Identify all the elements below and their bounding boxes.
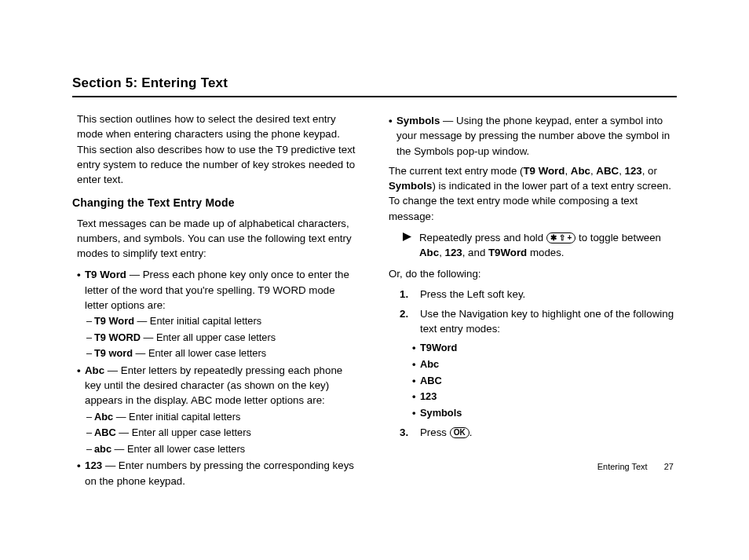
step-number: 3. [400,425,412,440]
bullet-desc: — Enter numbers by pressing the correspo… [85,459,354,486]
text: , or [642,165,657,177]
step-1: 1. Press the Left soft key. [400,287,677,302]
mode-name: T9 Word [523,165,564,177]
text: The current text entry mode ( [389,165,523,177]
svg-marker-0 [403,232,411,241]
changing-mode-paragraph: Text messages can be made up of alphabet… [77,216,360,262]
step-3: 3. Press OK. [400,425,677,440]
numbered-steps-cont: 3. Press OK. [400,425,677,440]
arrow-step-text: Repeatedly press and hold ✱ ⇧ + to toggl… [419,230,677,261]
intro-paragraph: This section outlines how to select the … [77,112,360,187]
text: to toggle between [575,232,661,243]
dash-lead: T9 word [94,347,133,359]
dash-desc: — Enter all lower case letters [111,443,245,455]
bullet-abc: Abc — Enter letters by repeatedly pressi… [77,363,360,408]
step-number: 2. [400,306,412,337]
text: , [439,247,444,258]
dash-abc-initial: Abc — Enter initial capital letters [86,410,360,425]
right-column: Symbols — Using the phone keypad, enter … [389,112,677,490]
dash-t9word-lower: T9 word — Enter all lower case letters [86,346,360,361]
or-do-text: Or, do the following: [389,266,677,281]
page-footer: Entering Text 27 [597,462,674,471]
text: . [469,426,473,438]
dash-desc: — Enter all upper case letters [141,331,276,343]
dash-t9word-initial: T9 Word — Enter initial capital letters [86,314,360,329]
subheading-changing-mode: Changing the Text Entry Mode [72,195,360,210]
mode-name: Symbols [389,180,432,192]
bullet-lead: T9 Word [85,269,126,280]
mode-name: Abc [571,165,590,177]
mode-name: Abc [419,247,439,258]
submode-abc-upper: ABC [412,374,677,389]
dash-desc: — Enter initial capital letters [134,315,261,327]
submode-123: 123 [412,390,677,404]
text: , and [462,247,488,258]
left-column: This section outlines how to select the … [72,112,360,490]
mode-name: ABC [596,165,619,177]
mode-name: T9Word [488,247,527,258]
text: modes. [527,247,564,258]
footer-section-label: Entering Text [597,462,648,471]
page-number: 27 [664,462,674,471]
submode-abc: Abc [412,357,677,372]
dash-desc: — Enter initial capital letters [113,411,240,423]
bullet-t9word: T9 Word — Press each phone key only once… [77,267,360,313]
numbered-steps: 1. Press the Left soft key. 2. Use the N… [400,287,677,337]
step-text: Press the Left soft key. [420,287,525,302]
dash-lead: T9 Word [94,315,134,327]
bullet-lead: Abc [85,364,104,376]
step-2: 2. Use the Navigation key to highlight o… [400,306,677,337]
bullet-desc: — Enter letters by repeatedly pressing e… [85,364,342,407]
bullet-lead: Symbols [396,115,440,126]
submode-symbols: Symbols [412,406,677,421]
mode-name: 123 [445,247,462,258]
bullet-123: 123 — Enter numbers by pressing the corr… [77,458,360,489]
star-key-icon: ✱ ⇧ + [546,232,575,243]
dash-desc: — Enter all lower case letters [133,347,266,359]
bullet-lead: 123 [85,459,102,471]
step-text: Press OK. [420,425,472,440]
manual-page: Section 5: Entering Text This section ou… [0,0,749,522]
dash-abc-lower: abc — Enter all lower case letters [86,442,360,457]
section-title: Section 5: Entering Text [72,75,677,97]
text: Press [420,426,450,438]
two-column-layout: This section outlines how to select the … [72,112,677,490]
submode-t9word: T9Word [412,341,677,356]
step-number: 1. [400,287,412,302]
current-mode-paragraph: The current text entry mode (T9 Word, Ab… [389,163,677,224]
text: , [564,165,570,177]
bullet-symbols: Symbols — Using the phone keypad, enter … [389,113,677,159]
text: Repeatedly press and hold [419,232,546,243]
dash-desc: — Enter all upper case letters [116,426,251,438]
dash-lead: abc [94,443,111,455]
text: , [619,165,624,177]
mode-name: 123 [625,165,642,177]
step-text: Use the Navigation key to highlight one … [420,306,677,337]
dash-lead: ABC [94,426,116,438]
dash-lead: T9 WORD [94,331,141,343]
triangle-right-icon [403,232,411,241]
dash-lead: Abc [94,411,113,423]
dash-abc-upper: ABC — Enter all upper case letters [86,426,360,441]
ok-key-icon: OK [450,427,469,438]
dash-t9word-upper: T9 WORD — Enter all upper case letters [86,331,360,346]
arrow-step: Repeatedly press and hold ✱ ⇧ + to toggl… [403,230,677,261]
